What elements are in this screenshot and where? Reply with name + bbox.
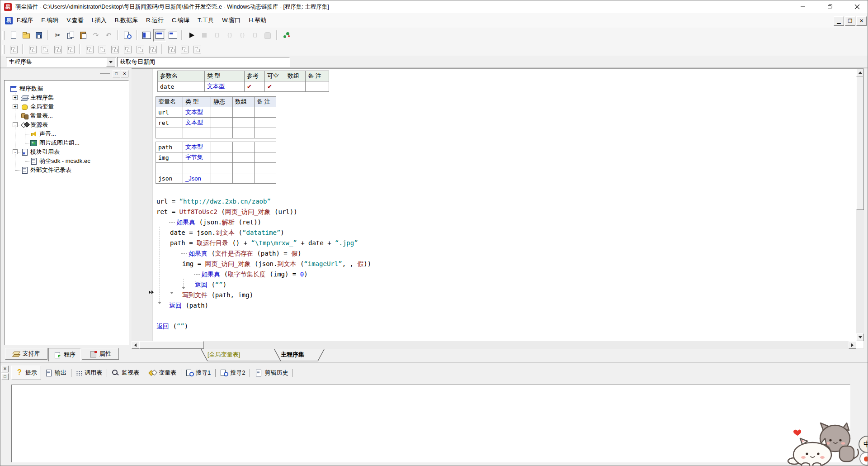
tree-item-声音...[interactable]: 声音... [5, 129, 128, 138]
dock-tab-调用表[interactable]: 调用表 [72, 367, 106, 379]
table-cell[interactable]: _Json [183, 173, 211, 184]
code-line-8[interactable]: 如果真 (取字节集长度 (img) = 0) [194, 269, 308, 280]
minimize-button[interactable] [793, 0, 813, 13]
toolbar-grip[interactable] [2, 45, 5, 54]
tree-item-主程序集[interactable]: +主程序集 [5, 93, 128, 102]
table-cell[interactable]: 文本型 [183, 118, 211, 128]
tab-main-assembly[interactable]: 主程序集 [281, 351, 304, 359]
table-cell[interactable]: 字节集 [183, 152, 211, 163]
scroll-down-button[interactable] [856, 333, 864, 341]
table-cell[interactable] [183, 163, 211, 173]
collapse-minus-icon[interactable]: - [13, 149, 18, 154]
table-cell[interactable] [233, 128, 255, 138]
table-cell[interactable] [156, 163, 183, 173]
menu-H.帮助[interactable]: H.帮助 [245, 15, 270, 25]
tree-item-常量表...[interactable]: 常量表... [5, 111, 128, 120]
restore-button[interactable] [820, 0, 840, 13]
new-file-button[interactable] [8, 29, 19, 41]
scroll-right-button[interactable] [849, 341, 856, 349]
cut-button[interactable]: ✂ [52, 29, 64, 41]
layout-cascade-button[interactable] [167, 29, 179, 41]
table-cell[interactable]: json [156, 173, 183, 184]
horizontal-scroll-thumb[interactable] [139, 341, 204, 349]
table-cell[interactable] [211, 142, 233, 152]
mdi-minimize-button[interactable]: ▁ [834, 16, 844, 26]
collapse-minus-icon[interactable]: - [13, 122, 18, 127]
dock-close-button[interactable]: ✕ [1, 366, 9, 372]
table-cell[interactable] [233, 173, 255, 184]
table-cell[interactable] [156, 128, 183, 138]
project-tree[interactable]: 程序数据+主程序集+全局变量常量表...-资源表声音...图片或图片组...-模… [4, 80, 129, 345]
table-cell[interactable]: ✔ [265, 81, 285, 92]
code-line-10[interactable]: 写到文件 (path, img) [182, 290, 253, 300]
tree-item-图片或图片组...[interactable]: 图片或图片组... [5, 138, 128, 147]
close-button[interactable] [847, 0, 868, 13]
assembly-combobox[interactable]: 主程序集 [6, 57, 116, 67]
menu-B.数据库[interactable]: B.数据库 [111, 15, 142, 25]
table-cell[interactable] [255, 173, 276, 184]
code-line-3[interactable]: 如果真 (json.解析 (ret)) [169, 217, 261, 228]
vertical-scroll-thumb[interactable] [856, 76, 864, 210]
dock-tab-搜寻2[interactable]: 搜寻2 [217, 367, 249, 379]
table-cell[interactable]: img [156, 152, 183, 163]
dock-tab-输出[interactable]: 输出 [41, 367, 70, 379]
table-cell[interactable] [255, 163, 276, 173]
table-cell[interactable] [233, 142, 255, 152]
menu-W.窗口[interactable]: W.窗口 [218, 15, 245, 25]
code-line-6[interactable]: 如果真 (文件是否存在 (path) = 假) [181, 248, 302, 259]
menu-F.程序[interactable]: F.程序 [13, 15, 37, 25]
tree-item-资源表[interactable]: -资源表 [5, 120, 128, 129]
code-line-11[interactable]: 返回 (path) [169, 300, 208, 311]
mdi-restore-button[interactable]: ❐ [845, 16, 855, 26]
tab-program[interactable]: 程序 [48, 348, 81, 361]
code-line-7[interactable]: img = 网页_访问_对象 (json.到文本 (“imageUrl”, , … [182, 259, 371, 269]
table-cell[interactable] [255, 107, 276, 118]
code-line-4[interactable]: date = json.到文本 (“datatime”) [170, 228, 284, 238]
table-cell[interactable] [255, 152, 276, 163]
dock-maximize-button[interactable]: □ [1, 373, 9, 380]
table-cell[interactable] [211, 128, 233, 138]
table-cell[interactable]: ✔ [245, 81, 265, 92]
table-cell[interactable]: date [158, 81, 205, 92]
tree-item-程序数据[interactable]: 程序数据 [5, 84, 128, 93]
save-file-button[interactable] [33, 29, 45, 41]
table-cell[interactable] [211, 118, 233, 128]
table-cell[interactable] [255, 128, 276, 138]
code-line-9[interactable]: 返回 (“”) [195, 280, 226, 290]
expand-plus-icon[interactable]: + [13, 104, 18, 109]
table-cell[interactable] [233, 118, 255, 128]
dock-tab-搜寻1[interactable]: 搜寻1 [182, 367, 214, 379]
layout-vertical-button[interactable] [141, 29, 152, 41]
table-cell[interactable] [211, 107, 233, 118]
table-cell[interactable] [255, 142, 276, 152]
tree-item-全局变量[interactable]: +全局变量 [5, 102, 128, 111]
copy-button[interactable] [65, 29, 76, 41]
dock-tab-监视表[interactable]: 监视表 [108, 367, 143, 379]
table-cell[interactable] [211, 152, 233, 163]
code-line-13[interactable]: 返回 (“”) [156, 321, 188, 332]
assembly-combobox-dropdown-button[interactable] [106, 57, 115, 67]
menu-I.插入[interactable]: I.插入 [88, 15, 111, 25]
vertical-scrollbar[interactable] [856, 69, 864, 341]
find-button[interactable] [122, 29, 133, 41]
tab-global-variable-table[interactable]: [全局变量表] [208, 351, 240, 359]
table-cell[interactable] [233, 107, 255, 118]
table-cell[interactable] [285, 81, 306, 92]
code-line-2[interactable]: ret = Utf8ToUsc2 (网页_访问_对象 (url)) [156, 207, 297, 217]
table-cell[interactable]: 文本型 [183, 142, 211, 152]
dock-tab-提示[interactable]: 提示 [11, 366, 41, 380]
table-cell[interactable] [306, 81, 329, 92]
toolbar-grip[interactable] [2, 31, 5, 40]
horizontal-scrollbar[interactable] [132, 341, 856, 349]
dock-tab-变量表[interactable]: 变量表 [145, 367, 180, 379]
table-cell[interactable] [233, 163, 255, 173]
menu-T.工具[interactable]: T.工具 [193, 15, 218, 25]
method-combobox[interactable]: 获取每日新闻 [117, 57, 290, 67]
plugin-tool-button[interactable] [281, 29, 292, 41]
scroll-left-button[interactable] [132, 341, 139, 349]
tab-support-library[interactable]: 支持库 [5, 348, 47, 360]
menu-E.编辑[interactable]: E.编辑 [37, 15, 62, 25]
code-line-1[interactable]: url = “http://dwz.2xb.cn/zaob” [156, 196, 271, 207]
panel-close-button[interactable]: ✕ [121, 70, 128, 77]
dock-tab-剪辑历史[interactable]: 剪辑历史 [251, 367, 292, 379]
